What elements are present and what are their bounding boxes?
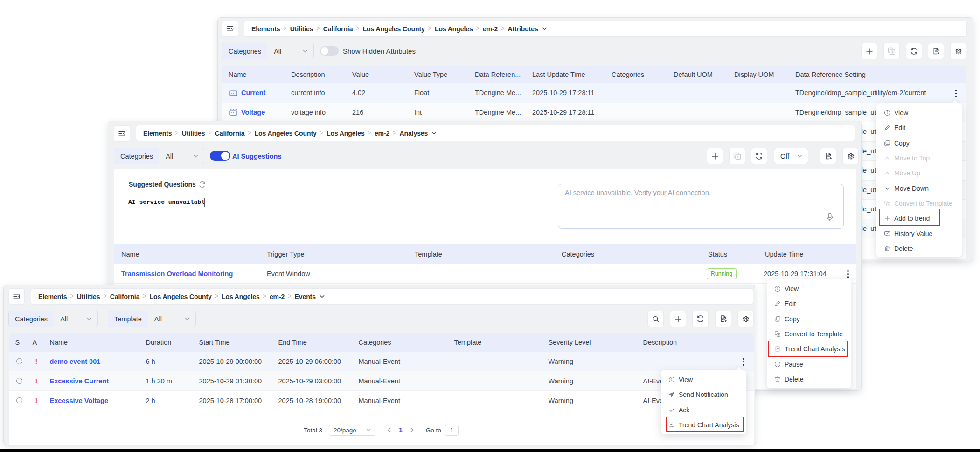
svg-text:E4: E4 — [722, 318, 724, 320]
svg-text:E4: E4 — [935, 50, 937, 52]
svg-text:E4: E4 — [827, 155, 829, 157]
